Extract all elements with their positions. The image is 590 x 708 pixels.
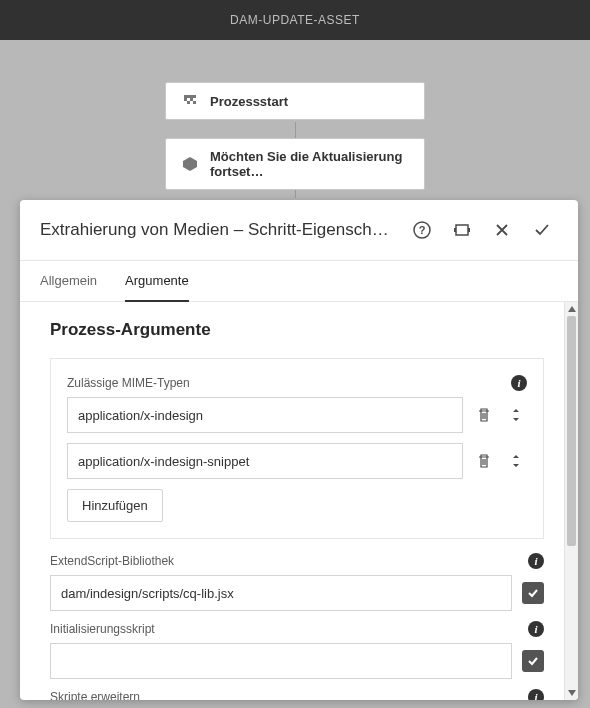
mime-input-1[interactable]	[67, 443, 463, 479]
svg-rect-7	[456, 225, 468, 235]
mime-row	[67, 397, 527, 433]
flag-icon	[182, 93, 198, 109]
help-button[interactable]: ?	[406, 214, 438, 246]
scroll-up-icon[interactable]	[565, 302, 578, 316]
node-label: Möchten Sie die Aktualisierung fortset…	[210, 149, 408, 179]
page-title: DAM-UPDATE-ASSET	[230, 13, 360, 27]
scroll-thumb[interactable]	[567, 316, 576, 546]
extendscript-input[interactable]	[50, 575, 512, 611]
workflow-node-confirm[interactable]: Möchten Sie die Aktualisierung fortset…	[165, 138, 425, 190]
delete-icon[interactable]	[473, 450, 495, 472]
svg-rect-3	[187, 101, 190, 104]
top-bar: DAM-UPDATE-ASSET	[0, 0, 590, 40]
panel-header: Extrahierung von Medien – Schritt-Eigens…	[20, 200, 578, 261]
info-icon[interactable]: i	[528, 689, 544, 700]
info-icon[interactable]: i	[528, 553, 544, 569]
reorder-icon[interactable]	[505, 450, 527, 472]
add-button[interactable]: Hinzufügen	[67, 489, 163, 522]
fullscreen-button[interactable]	[446, 214, 478, 246]
confirm-button[interactable]	[526, 214, 558, 246]
connector	[295, 122, 296, 138]
tabs: Allgemein Argumente	[20, 261, 578, 302]
initscript-row	[50, 643, 544, 679]
svg-rect-9	[468, 228, 470, 232]
tab-arguments[interactable]: Argumente	[125, 261, 189, 302]
workflow-node-start[interactable]: Prozessstart	[165, 82, 425, 120]
checkbox-checked[interactable]	[522, 650, 544, 672]
checkbox-checked[interactable]	[522, 582, 544, 604]
reorder-icon[interactable]	[505, 404, 527, 426]
svg-rect-2	[190, 98, 193, 101]
svg-rect-1	[184, 98, 187, 101]
svg-rect-4	[193, 101, 196, 104]
svg-rect-0	[184, 95, 196, 98]
info-icon[interactable]: i	[528, 621, 544, 637]
field-label: Zulässige MIME-Typen	[67, 376, 190, 390]
scroll-track[interactable]	[567, 316, 576, 686]
box-icon	[182, 156, 198, 172]
field-label: Skripte erweitern	[50, 690, 140, 700]
field-label: Initialisierungsskript	[50, 622, 155, 636]
panel-body: Prozess-Argumente Zulässige MIME-Typen i	[20, 302, 564, 700]
panel-title: Extrahierung von Medien – Schritt-Eigens…	[40, 220, 398, 240]
scroll-down-icon[interactable]	[565, 686, 578, 700]
svg-text:?: ?	[419, 224, 426, 236]
tab-general[interactable]: Allgemein	[40, 261, 97, 302]
workflow-canvas: Prozessstart Möchten Sie die Aktualisier…	[0, 40, 590, 708]
svg-rect-8	[454, 228, 456, 232]
delete-icon[interactable]	[473, 404, 495, 426]
field-label: ExtendScript-Bibliothek	[50, 554, 174, 568]
mime-input-0[interactable]	[67, 397, 463, 433]
node-label: Prozessstart	[210, 94, 288, 109]
initscript-input[interactable]	[50, 643, 512, 679]
extendscript-row	[50, 575, 544, 611]
section-title: Prozess-Argumente	[50, 320, 544, 340]
info-icon[interactable]: i	[511, 375, 527, 391]
close-button[interactable]	[486, 214, 518, 246]
mime-types-box: Zulässige MIME-Typen i	[50, 358, 544, 539]
scrollbar[interactable]	[564, 302, 578, 700]
mime-row	[67, 443, 527, 479]
properties-panel: Extrahierung von Medien – Schritt-Eigens…	[20, 200, 578, 700]
